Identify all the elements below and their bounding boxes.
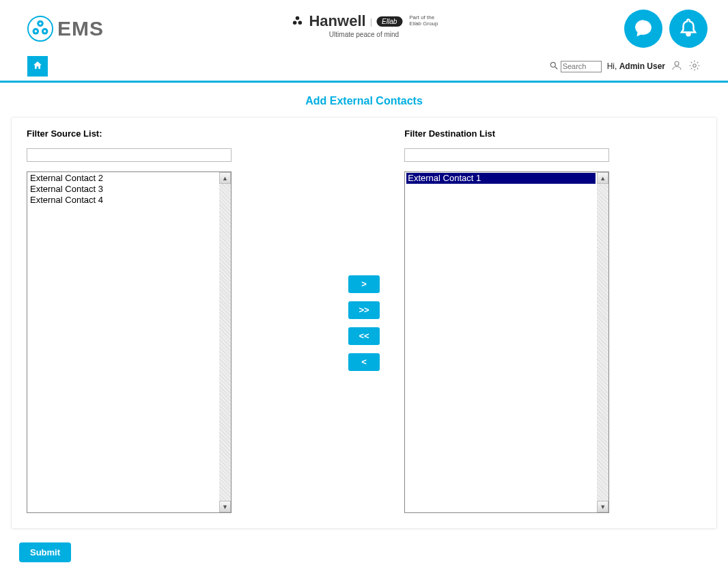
search-group [549,61,602,72]
scroll-down-icon[interactable]: ▼ [597,501,608,512]
list-item[interactable]: External Contact 1 [406,173,596,184]
search-input[interactable] [561,61,602,72]
hanwell-logo: Hanwell | Ellab Part of the Ellab Group … [290,12,438,38]
svg-point-4 [39,23,41,25]
source-column: Filter Source List: External Contact 2Ex… [27,128,324,513]
page-title: Add External Contacts [0,83,728,117]
svg-point-10 [550,62,555,67]
settings-menu[interactable] [688,59,701,74]
hanwell-subtext: Part of the Ellab Group [409,15,438,27]
svg-point-6 [44,30,46,32]
greeting: Hi, Admin User [607,61,665,71]
source-listbox[interactable]: External Contact 2External Contact 3Exte… [27,171,232,513]
svg-point-0 [28,16,53,41]
chat-icon [633,18,654,40]
search-icon [549,61,559,72]
svg-point-9 [298,20,303,25]
submit-row: Submit [0,529,728,565]
move-all-left-button[interactable]: << [348,327,380,345]
notifications-button[interactable] [669,10,708,48]
toolbar: Hi, Admin User [0,53,728,83]
hanwell-logo-icon [290,14,305,29]
ems-logo-text: EMS [57,17,104,40]
svg-point-13 [693,64,697,67]
ems-logo: EMS [27,16,104,42]
submit-button[interactable]: Submit [19,542,71,562]
user-icon [671,59,683,74]
dual-list-panel: Filter Source List: External Contact 2Ex… [11,117,717,529]
destination-filter-input[interactable] [404,148,609,162]
list-item[interactable]: External Contact 4 [29,195,218,206]
chat-button[interactable] [624,10,662,48]
destination-filter-label: Filter Destination List [404,128,701,139]
destination-listbox[interactable]: External Contact 1 ▲ ▼ [404,171,609,513]
home-icon [32,60,43,73]
move-all-right-button[interactable]: >> [348,301,380,319]
svg-line-11 [555,66,557,69]
hanwell-badge: Ellab [376,16,402,27]
transfer-buttons: > >> << < [348,275,380,371]
svg-point-7 [296,16,300,20]
home-button[interactable] [27,56,48,77]
scroll-up-icon[interactable]: ▲ [219,172,231,184]
gear-icon [688,59,701,74]
destination-scrollbar[interactable]: ▲ ▼ [597,172,608,512]
move-right-button[interactable]: > [348,275,380,293]
source-scrollbar[interactable]: ▲ ▼ [219,172,231,512]
svg-point-5 [35,30,37,32]
list-item[interactable]: External Contact 2 [29,173,218,184]
svg-point-8 [293,20,297,25]
header: EMS Hanwell | Ellab Part of the Ellab Gr… [0,0,728,53]
destination-column: Filter Destination List External Contact… [404,128,701,513]
source-filter-input[interactable] [27,148,232,162]
svg-point-12 [675,61,679,66]
source-filter-label: Filter Source List: [27,128,324,139]
hanwell-tagline: Ultimate peace of mind [290,31,438,38]
list-item[interactable]: External Contact 3 [29,184,218,195]
move-left-button[interactable]: < [348,353,380,371]
scroll-down-icon[interactable]: ▼ [219,501,231,512]
hanwell-logo-text: Hanwell [309,12,365,30]
bell-icon [678,18,699,40]
user-menu[interactable] [671,59,683,74]
scroll-up-icon[interactable]: ▲ [597,172,608,184]
ems-logo-icon [27,16,53,42]
